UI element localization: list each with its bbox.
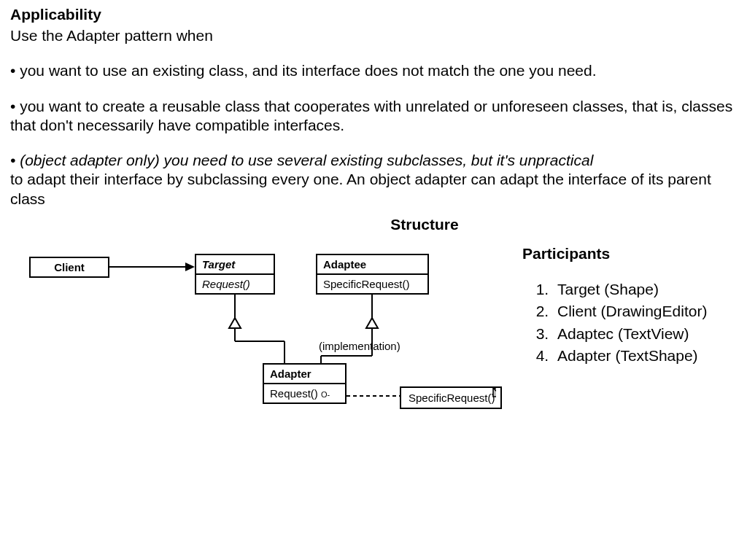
structure-heading: Structure <box>112 216 737 233</box>
participants-list: Target (Shape) Client (DrawingEditor) Ad… <box>522 279 737 368</box>
adaptee-method: SpecificRequest() <box>317 273 427 293</box>
adapter-label: Adapter <box>264 365 345 383</box>
participants-heading: Participants <box>522 245 737 262</box>
client-box: Client <box>29 257 109 278</box>
target-label: Target <box>196 255 274 273</box>
bullet-3: • (object adapter only) you need to use … <box>10 151 737 209</box>
uml-diagram: Client Target Request() Adaptee Specific… <box>29 246 496 436</box>
bullet-1: • you want to use an existing class, and… <box>10 61 737 80</box>
lower-area: Client Target Request() Adaptee Specific… <box>10 242 737 436</box>
adaptee-label: Adaptee <box>317 255 427 273</box>
client-label: Client <box>31 258 108 276</box>
target-method: Request() <box>196 273 274 293</box>
participant-item: Adaptec (TextView) <box>553 323 737 345</box>
adapter-box: Adapter Request() O- <box>263 363 347 404</box>
svg-marker-3 <box>229 318 241 328</box>
adapter-method: Request() O- <box>264 383 345 402</box>
participant-item: Client (DrawingEditor) <box>553 300 737 322</box>
diagram-column: Client Target Request() Adaptee Specific… <box>10 242 496 436</box>
adaptee-box: Adaptee SpecificRequest() <box>316 254 429 295</box>
svg-marker-8 <box>366 318 378 328</box>
applicability-intro: Use the Adapter pattern when <box>10 26 737 45</box>
svg-marker-1 <box>185 262 195 271</box>
implementation-label: (implementation) <box>319 340 400 352</box>
applicability-heading: Applicability <box>10 6 737 23</box>
participant-item: Adapter (TextShape) <box>553 345 737 367</box>
note-text: SpecificRequest() <box>409 392 495 404</box>
target-box: Target Request() <box>195 254 275 295</box>
page: Applicability Use the Adapter pattern wh… <box>0 0 747 560</box>
participant-item: Target (Shape) <box>553 279 737 300</box>
note-box: SpecificRequest() <box>400 386 502 409</box>
participants-column: Participants Target (Shape) Client (Draw… <box>496 242 737 436</box>
bullet-3-rest: to adapt their interface by subclassing … <box>10 171 711 206</box>
bullet-3-italic: • (object adapter only) you need to use … <box>10 152 593 168</box>
bullet-2: • you want to create a reusable class th… <box>10 97 737 136</box>
